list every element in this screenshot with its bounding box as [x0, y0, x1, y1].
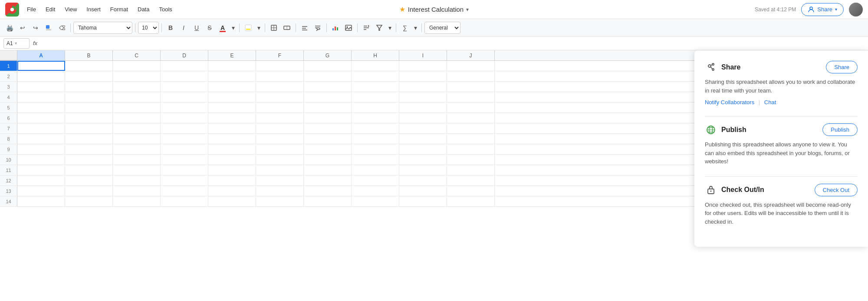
cell-F11[interactable] — [256, 165, 304, 175]
cell-B7[interactable] — [65, 123, 113, 133]
cell-J4[interactable] — [447, 92, 495, 102]
row-number-13[interactable]: 13 — [0, 186, 17, 196]
cell-J3[interactable] — [447, 82, 495, 92]
paint-format-button[interactable] — [43, 22, 55, 34]
fill-color-chevron[interactable]: ▾ — [255, 22, 262, 34]
cell-G1[interactable] — [304, 61, 352, 71]
star-icon[interactable]: ★ — [399, 5, 405, 13]
cell-E7[interactable] — [208, 123, 256, 133]
row-number-11[interactable]: 11 — [0, 165, 17, 175]
cell-D10[interactable] — [161, 155, 208, 165]
cell-B2[interactable] — [65, 71, 113, 81]
menu-file[interactable]: File — [23, 4, 40, 14]
col-header-j[interactable]: J — [447, 50, 495, 61]
cell-G10[interactable] — [304, 155, 352, 165]
strikethrough-button[interactable]: S — [204, 22, 216, 34]
cell-J14[interactable] — [447, 196, 495, 206]
cell-B9[interactable] — [65, 144, 113, 154]
cell-A11[interactable] — [17, 165, 65, 175]
cell-A3[interactable] — [17, 82, 65, 92]
cell-G2[interactable] — [304, 71, 352, 81]
cell-B10[interactable] — [65, 155, 113, 165]
cell-G5[interactable] — [304, 103, 352, 112]
cell-G11[interactable] — [304, 165, 352, 175]
cell-J5[interactable] — [447, 103, 495, 112]
cell-I12[interactable] — [399, 175, 447, 185]
cell-I6[interactable] — [399, 113, 447, 123]
publish-button[interactable]: Publish — [822, 123, 858, 136]
cell-B11[interactable] — [65, 165, 113, 175]
menu-format[interactable]: Format — [106, 4, 132, 14]
menu-insert[interactable]: Insert — [82, 4, 105, 14]
menu-edit[interactable]: Edit — [41, 4, 59, 14]
underline-button[interactable]: U — [191, 22, 203, 34]
text-color-chevron[interactable]: ▾ — [230, 22, 237, 34]
cell-C14[interactable] — [113, 196, 161, 206]
menu-tools[interactable]: Tools — [155, 4, 176, 14]
text-color-button[interactable]: A — [217, 22, 229, 34]
cell-E2[interactable] — [208, 71, 256, 81]
cell-E11[interactable] — [208, 165, 256, 175]
cell-B13[interactable] — [65, 186, 113, 196]
cell-B6[interactable] — [65, 113, 113, 123]
row-number-12[interactable]: 12 — [0, 175, 17, 185]
row-number-14[interactable]: 14 — [0, 196, 17, 206]
cell-I3[interactable] — [399, 82, 447, 92]
cell-J1[interactable] — [447, 61, 495, 71]
cell-G7[interactable] — [304, 123, 352, 133]
cell-J11[interactable] — [447, 165, 495, 175]
cell-I2[interactable] — [399, 71, 447, 81]
cell-G6[interactable] — [304, 113, 352, 123]
cell-A7[interactable] — [17, 123, 65, 133]
col-header-d[interactable]: D — [161, 50, 208, 61]
col-header-c[interactable]: C — [113, 50, 161, 61]
cell-C11[interactable] — [113, 165, 161, 175]
cell-C4[interactable] — [113, 92, 161, 102]
cell-J9[interactable] — [447, 144, 495, 154]
print-button[interactable]: 🖨️ — [3, 22, 16, 34]
cell-I8[interactable] — [399, 134, 447, 144]
cell-H3[interactable] — [352, 82, 399, 92]
cell-A4[interactable] — [17, 92, 65, 102]
cell-C12[interactable] — [113, 175, 161, 185]
col-header-f[interactable]: F — [256, 50, 304, 61]
cell-E1[interactable] — [208, 61, 256, 71]
share-panel-button[interactable]: Share — [826, 61, 858, 73]
filter-chevron[interactable]: ▾ — [386, 22, 393, 34]
notify-collaborators-link[interactable]: Notify Collaborators — [705, 99, 754, 106]
cell-B3[interactable] — [65, 82, 113, 92]
number-format-select[interactable]: General Number Currency Date Percent — [424, 22, 460, 34]
functions-button[interactable]: ∑ — [399, 22, 411, 34]
cell-F7[interactable] — [256, 123, 304, 133]
cell-D12[interactable] — [161, 175, 208, 185]
cell-C7[interactable] — [113, 123, 161, 133]
cell-B8[interactable] — [65, 134, 113, 144]
cell-A1[interactable] — [17, 61, 65, 71]
cell-A2[interactable] — [17, 71, 65, 81]
chevron-down-icon[interactable]: ▾ — [466, 7, 469, 13]
row-number-4[interactable]: 4 — [0, 92, 17, 102]
cell-E10[interactable] — [208, 155, 256, 165]
cell-C13[interactable] — [113, 186, 161, 196]
col-header-e[interactable]: E — [208, 50, 256, 61]
cell-I7[interactable] — [399, 123, 447, 133]
cell-A10[interactable] — [17, 155, 65, 165]
cell-A9[interactable] — [17, 144, 65, 154]
menu-data[interactable]: Data — [133, 4, 154, 14]
cell-B5[interactable] — [65, 103, 113, 112]
cell-J6[interactable] — [447, 113, 495, 123]
col-header-i[interactable]: I — [399, 50, 447, 61]
cell-J12[interactable] — [447, 175, 495, 185]
cell-H4[interactable] — [352, 92, 399, 102]
cell-H7[interactable] — [352, 123, 399, 133]
cell-G4[interactable] — [304, 92, 352, 102]
cell-D9[interactable] — [161, 144, 208, 154]
image-button[interactable] — [342, 22, 355, 34]
cell-J8[interactable] — [447, 134, 495, 144]
cell-D1[interactable] — [161, 61, 208, 71]
cell-E8[interactable] — [208, 134, 256, 144]
cell-D4[interactable] — [161, 92, 208, 102]
col-header-g[interactable]: G — [304, 50, 352, 61]
row-number-10[interactable]: 10 — [0, 155, 17, 165]
cell-B4[interactable] — [65, 92, 113, 102]
